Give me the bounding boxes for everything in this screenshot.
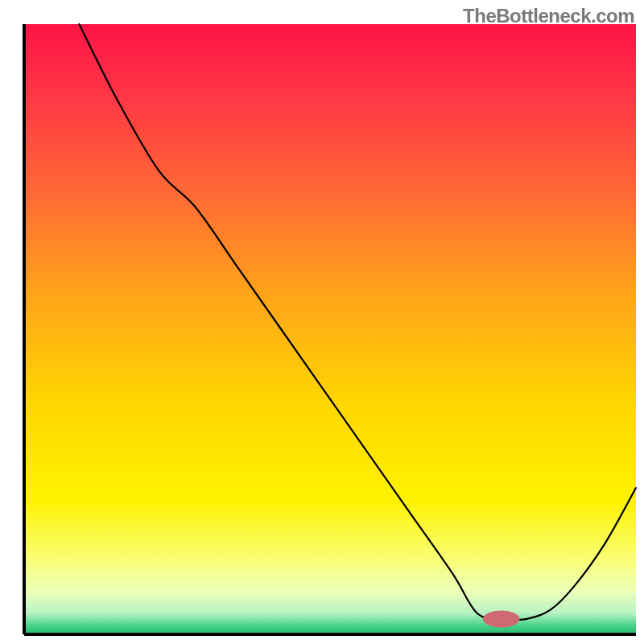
optimum-marker bbox=[483, 610, 520, 627]
plot-svg bbox=[0, 0, 644, 644]
plot-background bbox=[24, 24, 636, 634]
bottleneck-chart: TheBottleneck.com bbox=[0, 0, 644, 644]
